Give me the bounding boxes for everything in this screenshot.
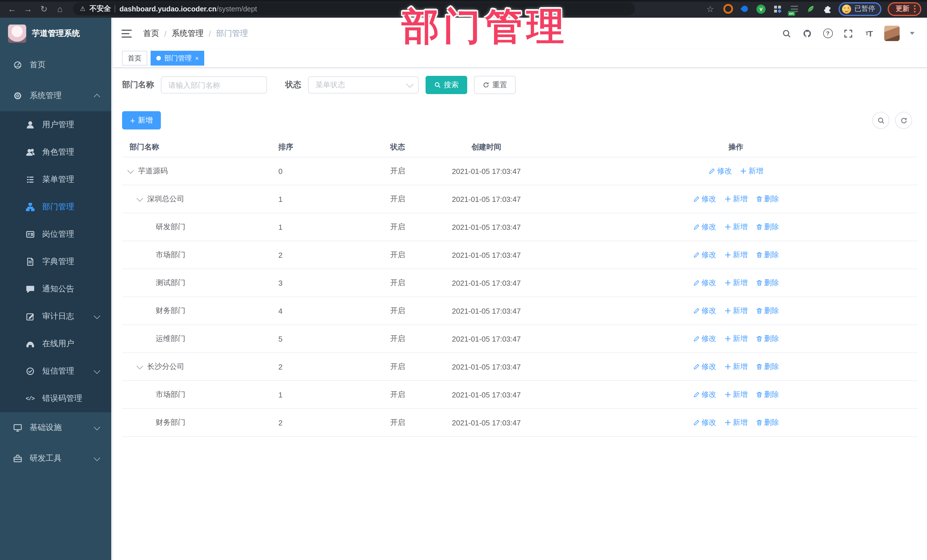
- extension-drop-icon[interactable]: [739, 4, 749, 14]
- tab-dept[interactable]: 部门管理×: [150, 51, 205, 65]
- delete-action[interactable]: 删除: [755, 334, 779, 344]
- delete-action[interactable]: 删除: [755, 390, 779, 400]
- status-cell: 开启: [382, 278, 439, 288]
- app-logo-row[interactable]: 芋道管理系统: [0, 18, 113, 50]
- search-button[interactable]: 搜索: [426, 76, 467, 94]
- add-action[interactable]: 新增: [724, 250, 748, 260]
- back-icon[interactable]: ←: [6, 3, 18, 15]
- delete-action[interactable]: 删除: [755, 222, 779, 232]
- extension-v-badge-icon[interactable]: v: [756, 4, 766, 14]
- delete-action[interactable]: 删除: [755, 417, 779, 428]
- delete-action[interactable]: 删除: [755, 306, 779, 316]
- modify-action[interactable]: 修改: [693, 361, 716, 372]
- status-select[interactable]: 菜单状态: [308, 76, 419, 94]
- modify-action[interactable]: 修改: [693, 250, 716, 260]
- sidebar-item-dict[interactable]: 字典管理: [0, 248, 113, 275]
- actions-cell: 修改新增删除: [656, 334, 816, 344]
- sidebar-item-menu[interactable]: 菜单管理: [0, 166, 113, 193]
- close-icon[interactable]: ×: [195, 55, 199, 62]
- modify-action[interactable]: 修改: [693, 194, 716, 204]
- chevron-down-icon[interactable]: [910, 32, 915, 37]
- breadcrumb-home[interactable]: 首页: [143, 28, 159, 38]
- help-icon[interactable]: ?: [823, 28, 833, 38]
- refresh-button[interactable]: [895, 112, 912, 129]
- toggle-search-button[interactable]: [872, 112, 889, 129]
- actions-cell: 修改新增删除: [656, 390, 816, 400]
- chevron-up-icon: [94, 94, 100, 100]
- sidebar-item-label: 短信管理: [42, 366, 74, 376]
- forward-icon[interactable]: →: [22, 3, 34, 15]
- tree-expand-icon[interactable]: [137, 195, 143, 202]
- status-cell: 开启: [382, 417, 439, 428]
- add-button[interactable]: +新增: [122, 111, 161, 129]
- extension-tabs-icon[interactable]: on: [789, 4, 799, 14]
- add-action[interactable]: 新增: [724, 222, 748, 232]
- sidebar-item-devtools[interactable]: 研发工具: [0, 443, 113, 474]
- delete-action[interactable]: 删除: [755, 194, 779, 204]
- delete-action[interactable]: 删除: [755, 278, 779, 288]
- sidebar-item-system[interactable]: 系统管理: [0, 80, 113, 111]
- modify-action[interactable]: 修改: [693, 417, 716, 428]
- add-action[interactable]: 新增: [724, 334, 748, 344]
- sort-cell: 3: [268, 279, 382, 287]
- sidebar-item-errcode[interactable]: </>错误码管理: [0, 385, 113, 412]
- dept-name-input[interactable]: [161, 76, 267, 94]
- modify-action[interactable]: 修改: [708, 166, 732, 176]
- sidebar-item-notice[interactable]: 通知公告: [0, 275, 113, 303]
- delete-action[interactable]: 删除: [755, 361, 779, 372]
- kebab-menu-icon[interactable]: [914, 5, 916, 12]
- extension-grid-icon[interactable]: [772, 4, 783, 14]
- tree-expand-icon[interactable]: [128, 167, 134, 174]
- sidebar-item-audit[interactable]: 审计日志: [0, 303, 113, 330]
- sidebar-item-home[interactable]: 首页: [0, 50, 113, 80]
- status-cell: 开启: [382, 306, 439, 316]
- modify-action[interactable]: 修改: [693, 278, 716, 288]
- security-label: 不安全: [90, 4, 111, 14]
- github-icon[interactable]: [802, 28, 812, 38]
- profile-paused-chip[interactable]: 已暂停: [839, 2, 881, 16]
- col-status: 状态: [382, 142, 439, 152]
- sidebar-item-post[interactable]: 岗位管理: [0, 221, 113, 248]
- tab-home[interactable]: 首页: [122, 51, 147, 65]
- extension-sprout-icon[interactable]: [805, 4, 816, 14]
- page-content: 部门名称 状态 菜单状态 搜索 重置 +新增: [113, 68, 927, 560]
- sidebar-item-dept[interactable]: 部门管理: [0, 193, 113, 221]
- sidebar-item-online[interactable]: 在线用户: [0, 330, 113, 358]
- status-label: 状态: [285, 80, 301, 90]
- add-action[interactable]: 新增: [740, 166, 763, 176]
- breadcrumb-current: 部门管理: [216, 28, 248, 38]
- tree-expand-icon[interactable]: [137, 363, 143, 369]
- fullscreen-icon[interactable]: [843, 28, 853, 38]
- modify-action[interactable]: 修改: [693, 306, 716, 316]
- delete-action[interactable]: 删除: [755, 250, 779, 260]
- add-action[interactable]: 新增: [724, 390, 748, 400]
- add-action[interactable]: 新增: [724, 278, 748, 288]
- add-action[interactable]: 新增: [724, 194, 748, 204]
- search-icon[interactable]: [781, 28, 792, 38]
- sidebar-item-label: 通知公告: [42, 284, 74, 294]
- bookmark-star-icon[interactable]: ☆: [704, 3, 716, 15]
- modify-action[interactable]: 修改: [693, 334, 716, 344]
- font-size-icon[interactable]: TT: [864, 28, 874, 38]
- home-icon[interactable]: ⌂: [54, 3, 66, 15]
- sidebar-item-role[interactable]: 角色管理: [0, 138, 113, 166]
- table-row: 研发部门1开启2021-01-05 17:03:47修改新增删除: [122, 213, 918, 241]
- extension-target-icon[interactable]: [723, 4, 733, 14]
- avatar[interactable]: [884, 26, 900, 41]
- add-action[interactable]: 新增: [724, 361, 748, 372]
- add-action[interactable]: 新增: [724, 306, 748, 316]
- update-button[interactable]: 更新: [887, 2, 921, 16]
- add-action[interactable]: 新增: [724, 417, 748, 428]
- sidebar-item-sms[interactable]: 短信管理: [0, 358, 113, 385]
- extension-puzzle-icon[interactable]: [822, 4, 832, 14]
- sidebar-item-infra[interactable]: 基础设施: [0, 412, 113, 443]
- hamburger-icon[interactable]: [122, 29, 132, 37]
- col-sort: 排序: [268, 142, 382, 152]
- reset-button[interactable]: 重置: [474, 76, 516, 94]
- filter-form: 部门名称 状态 菜单状态 搜索 重置: [122, 76, 918, 94]
- sidebar-item-user[interactable]: 用户管理: [0, 111, 113, 138]
- breadcrumb-system[interactable]: 系统管理: [172, 28, 204, 38]
- modify-action[interactable]: 修改: [693, 222, 716, 232]
- modify-action[interactable]: 修改: [693, 390, 716, 400]
- reload-icon[interactable]: ↻: [38, 3, 50, 15]
